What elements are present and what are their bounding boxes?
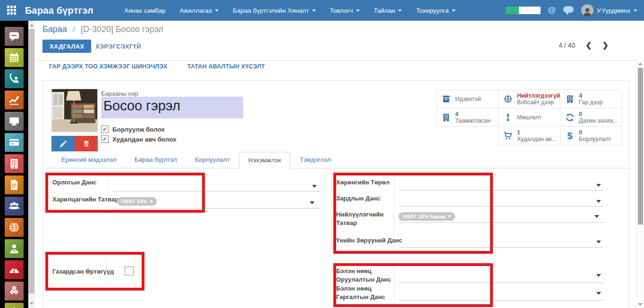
landed-costs-checkbox[interactable]: [125, 266, 134, 275]
avatar: [581, 4, 593, 17]
divider: [106, 258, 106, 287]
dropdown-caret-icon[interactable]: [596, 184, 601, 187]
apps-grid-icon[interactable]: [7, 6, 17, 15]
delete-image-button[interactable]: [75, 136, 98, 151]
payment-card-icon: [8, 136, 21, 149]
sidebar-app-stock[interactable]: [5, 282, 24, 300]
procurement-request-button[interactable]: ТАТАН АВАЛТЫН ХҮСЭЛТ: [187, 63, 265, 70]
dropdown-caret-icon[interactable]: [596, 200, 601, 203]
sidebar-app-inventory[interactable]: [5, 154, 24, 173]
field-label-expense-account: Зардлын Данс: [336, 194, 381, 203]
sidebar-app-discuss[interactable]: [5, 27, 24, 46]
dropdown-caret-icon[interactable]: [594, 215, 599, 218]
sidebar-app-employees[interactable]: [5, 197, 24, 216]
stat-button-вэбсайт дээр[interactable]: НийтлэгдээгүйВэбсайт дээр: [498, 90, 560, 108]
stat-button-мөшгөлт[interactable]: Мөшгөлт: [498, 108, 560, 127]
tag-remove-icon[interactable]: ×: [448, 213, 451, 220]
sidebar-app-pos[interactable]: [5, 112, 24, 131]
stock-output-account-input[interactable]: [398, 300, 604, 300]
topbar-menu: Хянах самбарАжиллагааБараа бүртгэлийн Хя…: [124, 7, 456, 14]
product-image[interactable]: [51, 89, 98, 132]
dropdown-caret-icon[interactable]: [596, 274, 601, 277]
stat-value: 4: [455, 111, 491, 117]
scroll-up-icon[interactable]: [638, 63, 642, 65]
stat-button-гар дээр[interactable]: 4Гар дээр: [560, 90, 622, 108]
mentions-icon[interactable]: @: [548, 6, 556, 15]
tag-label: НӨАТ 10%: [121, 199, 147, 204]
sidebar-app-settings[interactable]: [5, 303, 24, 308]
tab-2[interactable]: Борлуулалт: [186, 152, 239, 168]
dropdown-caret-icon[interactable]: [310, 201, 314, 204]
scroll-down-icon[interactable]: [30, 302, 34, 305]
main-content: Бараа / [D-3020] Босоо гэрэл ХАДГАЛАХ ХЭ…: [35, 21, 644, 308]
scroll-up-icon[interactable]: [30, 24, 34, 26]
expense-account-input[interactable]: [398, 206, 604, 207]
sidebar-app-calendar[interactable]: [5, 48, 24, 67]
sidebar-scrollbar[interactable]: [28, 21, 35, 308]
breadcrumb-parent[interactable]: Бараа: [42, 25, 67, 34]
dropdown-caret-icon[interactable]: [312, 185, 317, 188]
chat-icon[interactable]: [563, 6, 574, 15]
product-name-input[interactable]: Босоо гэрэл: [101, 97, 243, 118]
phone-contact-icon: [8, 72, 21, 85]
pager-next-icon[interactable]: ❯: [602, 42, 609, 49]
sidebar-app-crm[interactable]: [5, 69, 24, 88]
customer-taxes-input[interactable]: [113, 208, 321, 208]
can-be-sold-checkbox[interactable]: ✓: [101, 125, 109, 133]
stat-button-худалдан ав...[interactable]: 1Худалдан ав...: [498, 126, 560, 145]
main-scroll-thumb[interactable]: [638, 68, 643, 225]
cart-icon: [503, 131, 513, 141]
topbar-menu-item-5[interactable]: Тохируулга: [416, 7, 455, 14]
sidebar-app-payments[interactable]: [5, 133, 24, 152]
stat-value: 0: [579, 111, 618, 117]
topbar-menu-item-3[interactable]: Товлогч: [330, 7, 360, 14]
field-label-income-account: Орлогын Данс: [52, 178, 96, 187]
sidebar-app-dashboards[interactable]: [5, 260, 24, 279]
tab-4[interactable]: Тэмдэглэл: [290, 152, 339, 168]
stock-input-account-input[interactable]: [398, 283, 604, 283]
main-scrollbar[interactable]: [636, 60, 644, 308]
sidebar-app-sales[interactable]: [5, 91, 24, 109]
update-qty-button[interactable]: ГАР ДЭЭРХ ТОО ХЭМЖЭЭГ ШИНЭЧЛЭХ: [49, 63, 168, 70]
notebook-tabs: Ерөнхий мэдээлэлБараа бүртгэлБорлуулалтН…: [43, 152, 629, 168]
vendor-taxes-input[interactable]: [398, 222, 604, 223]
stat-label: Идэвхтэй: [455, 96, 481, 102]
tag-remove-icon[interactable]: ×: [150, 198, 153, 205]
topbar-menu-item-4[interactable]: Тайлан: [374, 7, 402, 14]
can-be-purchased-checkbox[interactable]: ✓: [101, 135, 109, 143]
sidebar-app-website[interactable]: [5, 218, 24, 237]
can-be-sold-label: Борлуулж болох: [112, 126, 165, 133]
divider: [394, 266, 394, 306]
arrows-updown-icon: [503, 112, 513, 123]
scroll-down-icon[interactable]: [638, 303, 642, 306]
stat-button-таамагласан[interactable]: 4Таамагласан: [436, 108, 499, 127]
stat-button-дахин захиа...[interactable]: 0Дахин захиа...: [560, 108, 622, 127]
sidebar-scroll-thumb[interactable]: [29, 29, 34, 293]
topbar-menu-item-2[interactable]: Бараа бүртгэлийн Хяналт: [233, 7, 316, 14]
stat-label: Мөшгөлт: [517, 114, 542, 121]
income-account-input[interactable]: [113, 191, 321, 191]
sidebar-app-invoicing[interactable]: [5, 175, 24, 194]
user-menu[interactable]: У.Үүрдмөнх: [581, 4, 637, 17]
stat-button-борлуулалт[interactable]: $0Борлуулалт: [560, 126, 622, 145]
tab-0[interactable]: Ерөнхий мэдээлэл: [52, 152, 126, 168]
tab-3-active[interactable]: Нэхэмжлэх: [239, 152, 291, 169]
topbar-menu-item-0[interactable]: Хянах самбар: [124, 7, 166, 14]
asset-type-input[interactable]: [398, 190, 604, 191]
cubes-icon: [8, 284, 21, 298]
dollar-icon: $: [565, 131, 575, 142]
breadcrumb-separator: /: [73, 25, 75, 34]
stat-label: Дахин захиа...: [579, 117, 618, 124]
pager-previous-icon[interactable]: ❮: [585, 42, 592, 49]
stat-button-идэвхтэй[interactable]: Идэвхтэй: [436, 90, 499, 108]
monitor-icon: [8, 115, 21, 128]
discard-button[interactable]: ХЭРЭГСЭХГҮЙ: [90, 40, 147, 53]
dropdown-caret-icon[interactable]: [596, 292, 601, 295]
save-button[interactable]: ХАДГАЛАХ: [42, 40, 91, 53]
price-difference-account-input[interactable]: [398, 247, 604, 248]
dropdown-caret-icon[interactable]: [596, 241, 601, 243]
tab-1[interactable]: Бараа бүртгэл: [126, 152, 186, 168]
topbar-menu-item-1[interactable]: Ажиллагаа: [180, 7, 219, 14]
edit-image-button[interactable]: [51, 136, 75, 151]
sidebar-app-recruitment[interactable]: [5, 239, 24, 258]
